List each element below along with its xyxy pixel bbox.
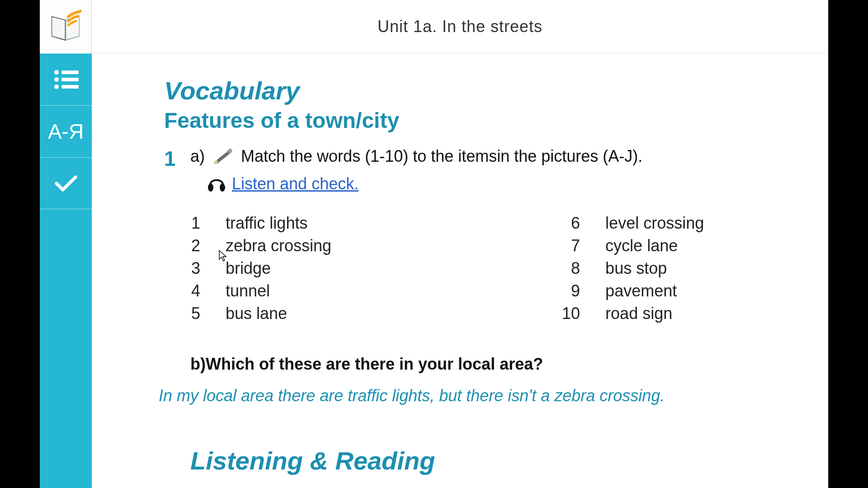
- logo[interactable]: [40, 0, 92, 53]
- list-item: 3bridge: [178, 259, 331, 278]
- task-b: b)Which of these are there in your local…: [190, 355, 792, 374]
- nav-check[interactable]: [40, 157, 92, 209]
- list-item: 4tunnel: [178, 282, 331, 300]
- word-text: traffic lights: [226, 214, 307, 233]
- glossary-icon: А-Я: [48, 119, 84, 144]
- word-text: road sign: [605, 304, 672, 323]
- content-frame: А-Я Unit 1a. In the streets Vocabulary F…: [40, 0, 828, 488]
- list-item: 2zebra crossing: [178, 236, 331, 255]
- section-listening-title: Listening & Reading: [190, 446, 792, 475]
- word-num: 5: [178, 304, 200, 323]
- exercise-body: a) Match the words (1-10) to the itemsin…: [190, 145, 792, 488]
- header: Unit 1a. In the streets: [92, 0, 828, 53]
- nav-contents[interactable]: [40, 53, 92, 105]
- headphones-icon: [206, 172, 227, 196]
- exercise-number: 1: [164, 148, 179, 169]
- word-num: 7: [557, 236, 580, 255]
- part-a-label: a): [190, 145, 205, 168]
- stage: А-Я Unit 1a. In the streets Vocabulary F…: [0, 0, 868, 488]
- svg-point-7: [208, 183, 213, 192]
- list-icon: [53, 69, 79, 90]
- section-vocabulary-title: Vocabulary: [164, 76, 792, 105]
- part-b-text: Which of these are there in your local a…: [206, 355, 543, 373]
- list-item: 9pavement: [557, 282, 704, 300]
- exercise-1: 1 a) Match the words (1-10: [164, 145, 792, 488]
- nav-glossary[interactable]: А-Я: [40, 105, 92, 157]
- word-num: 2: [178, 236, 200, 255]
- part-a-text: Match the words (1-10) to the itemsin th…: [241, 145, 642, 168]
- list-item: 1traffic lights: [178, 214, 331, 233]
- list-item: 5bus lane: [178, 304, 331, 323]
- check-icon: [55, 174, 77, 192]
- svg-rect-3: [61, 78, 79, 81]
- word-text: bus lane: [226, 304, 287, 323]
- task-a: a) Match the words (1-10) to the itemsin…: [190, 145, 792, 168]
- list-item: 6level crossing: [557, 214, 704, 233]
- example-sentence: In my local area there are traffic light…: [159, 386, 792, 405]
- list-item: 8bus stop: [557, 259, 704, 278]
- word-num: 4: [178, 282, 200, 300]
- section-vocabulary-subtitle: Features of a town/city: [164, 108, 792, 133]
- svg-point-4: [54, 84, 59, 89]
- page-title: Unit 1a. In the streets: [377, 17, 542, 36]
- svg-point-8: [220, 183, 225, 192]
- word-text: bridge: [226, 259, 271, 278]
- word-text: pavement: [605, 282, 677, 300]
- sidebar: А-Я: [40, 0, 92, 488]
- svg-rect-1: [61, 70, 79, 74]
- word-num: 1: [178, 214, 200, 233]
- word-text: level crossing: [605, 214, 704, 233]
- listen-row: Listen and check.: [206, 172, 792, 196]
- svg-rect-5: [61, 85, 79, 89]
- part-b-label: b): [190, 355, 206, 373]
- word-column-left: 1traffic lights 2zebra crossing 3bridge …: [178, 214, 331, 323]
- main: Unit 1a. In the streets Vocabulary Featu…: [92, 0, 828, 488]
- page-body: Vocabulary Features of a town/city 1 a): [92, 53, 828, 488]
- word-text: bus stop: [605, 259, 667, 278]
- word-num: 9: [557, 282, 580, 300]
- list-item: 7cycle lane: [557, 236, 704, 255]
- svg-point-0: [54, 70, 59, 75]
- word-text: cycle lane: [605, 236, 678, 255]
- svg-point-2: [54, 77, 59, 82]
- word-column-right: 6level crossing 7cycle lane 8bus stop 9p…: [557, 214, 704, 323]
- word-columns: 1traffic lights 2zebra crossing 3bridge …: [178, 214, 792, 323]
- word-num: 8: [557, 259, 580, 278]
- word-num: 6: [557, 214, 580, 233]
- book-icon: [48, 9, 83, 44]
- word-num: 10: [557, 304, 580, 323]
- word-text: tunnel: [226, 282, 270, 300]
- list-item: 10road sign: [557, 304, 704, 323]
- pencil-icon: [211, 147, 235, 165]
- word-num: 3: [178, 259, 200, 278]
- listen-link[interactable]: Listen and check.: [232, 174, 359, 193]
- word-text: zebra crossing: [226, 236, 331, 255]
